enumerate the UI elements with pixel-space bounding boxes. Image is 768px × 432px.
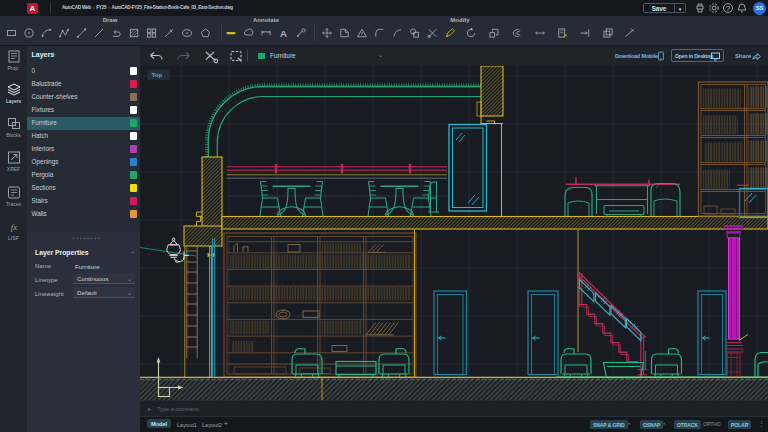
- svg-text:Modify: Modify: [450, 17, 470, 23]
- svg-text:?: ?: [726, 5, 730, 12]
- svg-text:Annotate: Annotate: [253, 17, 280, 23]
- svg-text:Draw: Draw: [103, 17, 118, 23]
- svg-text:A: A: [280, 28, 287, 39]
- svg-text:Top: Top: [152, 71, 163, 78]
- svg-text:fx: fx: [10, 222, 17, 232]
